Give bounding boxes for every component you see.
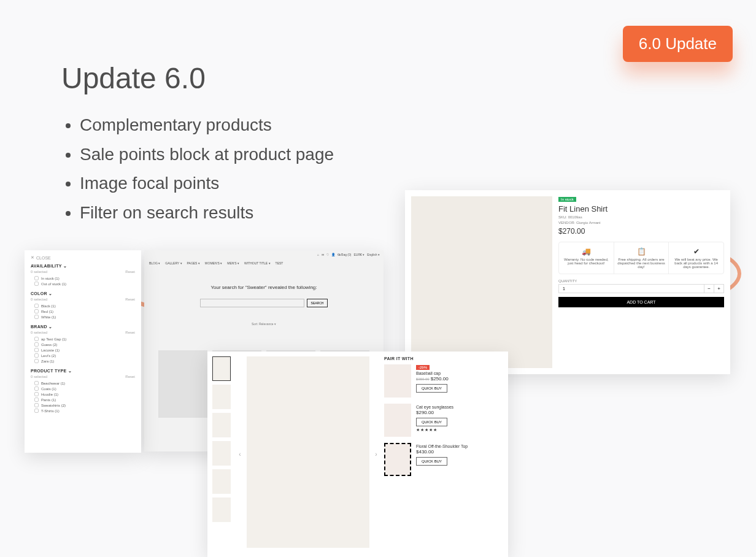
- complementary-item: Cat eye sunglasses $290.00 QUICK BUY ★★★…: [384, 404, 503, 437]
- next-arrow-icon[interactable]: ›: [372, 356, 380, 552]
- checkbox-icon: [34, 342, 39, 347]
- checkbox-icon: [34, 304, 39, 308]
- reset-link[interactable]: Reset: [125, 298, 135, 301]
- sale-points-block: 🚚Warranty. No code needed, just head for…: [558, 242, 724, 274]
- filter-group-header[interactable]: COLOR ⌄: [31, 291, 135, 296]
- filter-option[interactable]: Red (1): [31, 309, 135, 314]
- checkbox-icon: [34, 409, 39, 413]
- filter-option[interactable]: Levi's (2): [31, 353, 135, 358]
- sale-point: 📋Free shipping. All orders are dispatche…: [614, 242, 669, 274]
- checkbox-icon: [34, 276, 39, 280]
- thumb[interactable]: [212, 385, 231, 409]
- filter-option[interactable]: Guess (2): [31, 342, 135, 347]
- chevron-down-icon: ⌄: [68, 369, 72, 373]
- selected-count: 0 selected: [31, 298, 47, 301]
- thumbnail-strip: [212, 356, 232, 552]
- quantity-minus[interactable]: −: [704, 285, 714, 293]
- thumb[interactable]: [212, 497, 231, 522]
- thumb[interactable]: [212, 356, 231, 381]
- thumb[interactable]: [212, 441, 231, 466]
- checkbox-icon: [34, 386, 39, 391]
- discount-badge: -29%: [416, 365, 430, 370]
- rating-stars: ★★★★★: [416, 428, 503, 432]
- pair-heading: PAIR IT WITH: [384, 356, 503, 361]
- gallery-main-image: [247, 356, 369, 548]
- item-image[interactable]: [384, 443, 411, 476]
- checkbox-icon: [34, 403, 39, 407]
- quantity-stepper[interactable]: − +: [558, 284, 724, 293]
- quantity-input[interactable]: [559, 285, 704, 293]
- stock-badge: In stock: [558, 197, 576, 202]
- selected-count: 0 selected: [31, 270, 47, 274]
- filter-option[interactable]: Zara (1): [31, 358, 135, 364]
- product-name: Fit Linen Shirt: [558, 204, 724, 213]
- filter-option[interactable]: Coats (1): [31, 386, 135, 391]
- checkbox-icon: [34, 348, 39, 352]
- version-badge: 6.0 Update: [623, 26, 733, 62]
- feature-item: Filter on search results: [80, 198, 334, 228]
- product-image: [411, 196, 552, 368]
- product-panel: In stock Fit Linen Shirt SKU: 00109as VE…: [405, 190, 730, 374]
- filter-option[interactable]: Black (1): [31, 303, 135, 309]
- vendor-line: VENDOR: Giorgio Armani: [558, 221, 724, 225]
- feature-item: Sale points block at product page: [80, 140, 334, 169]
- quick-buy-button[interactable]: QUICK BUY: [416, 457, 447, 466]
- quick-buy-button[interactable]: QUICK BUY: [416, 384, 447, 393]
- filter-option[interactable]: In stock (1): [31, 275, 135, 281]
- item-price: $290.00: [416, 410, 503, 415]
- feature-item: Complementary products: [80, 110, 334, 140]
- filter-option[interactable]: Sweatshirts (2): [31, 402, 135, 408]
- product-price: $270.00: [558, 227, 724, 236]
- item-image[interactable]: [384, 404, 411, 437]
- complementary-panel: ‹ › PAIR IT WITH -29% Baseball cap $350.…: [207, 351, 508, 557]
- quantity-plus[interactable]: +: [714, 285, 723, 293]
- filter-option[interactable]: Lacoste (1): [31, 347, 135, 353]
- filter-option[interactable]: Beachwear (1): [31, 380, 135, 386]
- sale-point: 🚚Warranty. No code needed, just head for…: [559, 242, 614, 274]
- filter-group-header[interactable]: BRAND ⌄: [31, 325, 135, 329]
- thumb[interactable]: [212, 469, 231, 494]
- add-to-cart-button[interactable]: ADD TO CART: [558, 297, 724, 307]
- item-price: $430.00: [416, 449, 503, 455]
- close-label: CLOSE: [36, 256, 51, 260]
- filter-option[interactable]: White (1): [31, 314, 135, 320]
- filter-group-header[interactable]: AVAILABILITY ⌄: [31, 264, 135, 269]
- filter-panel: ✕CLOSE AVAILABILITY ⌄ 0 selectedResetIn …: [25, 250, 141, 453]
- item-price: $350.00$250.00: [416, 376, 503, 382]
- quick-buy-button[interactable]: QUICK BUY: [416, 418, 447, 426]
- reset-link[interactable]: Reset: [125, 375, 135, 378]
- page-title: Update 6.0: [61, 61, 206, 95]
- feature-item: Image focal points: [80, 169, 334, 198]
- chevron-down-icon: ⌄: [48, 325, 52, 329]
- filter-option[interactable]: Out of stock (1): [31, 281, 135, 286]
- chevron-down-icon: ⌄: [48, 291, 52, 296]
- prev-arrow-icon[interactable]: ‹: [236, 356, 244, 552]
- quantity-label: QUANTITY: [558, 279, 724, 283]
- item-name: Cat eye sunglasses: [416, 405, 503, 409]
- filter-group-header[interactable]: PRODUCT TYPE ⌄: [31, 369, 135, 374]
- chevron-down-icon: ⌄: [63, 264, 67, 268]
- item-name: Baseball cap: [416, 371, 503, 375]
- item-image[interactable]: [384, 364, 411, 398]
- item-name: Floral Off-the-Shoulder Top: [416, 444, 503, 448]
- close-button[interactable]: ✕CLOSE: [31, 255, 135, 260]
- filter-option[interactable]: Pants (1): [31, 397, 135, 402]
- checkbox-icon: [34, 315, 39, 319]
- feature-list: Complementary products Sale points block…: [61, 110, 334, 227]
- filter-option[interactable]: Hoodie (1): [31, 391, 135, 397]
- reset-link[interactable]: Reset: [125, 331, 135, 334]
- complementary-item: Floral Off-the-Shoulder Top $430.00 QUIC…: [384, 443, 503, 476]
- filter-option[interactable]: T-Shirts (1): [31, 408, 135, 413]
- close-icon: ✕: [31, 255, 34, 260]
- checkbox-icon: [34, 337, 39, 341]
- checkbox-icon: [34, 353, 39, 358]
- complementary-item: -29% Baseball cap $350.00$250.00 QUICK B…: [384, 364, 503, 398]
- checkbox-icon: [34, 282, 39, 286]
- thumb[interactable]: [212, 413, 231, 437]
- checkbox-icon: [34, 392, 39, 396]
- filter-option[interactable]: ap Test Gap (1): [31, 336, 135, 342]
- reset-link[interactable]: Reset: [125, 270, 135, 274]
- sale-point: ✔We will beat any price. We back all pro…: [669, 242, 723, 274]
- checkbox-icon: [34, 359, 39, 363]
- feature-icon: 🚚: [561, 247, 611, 256]
